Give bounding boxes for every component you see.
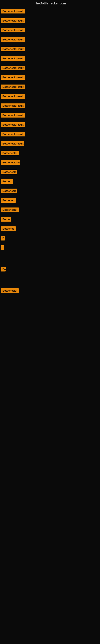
list-item: Bottleneck result [0, 55, 100, 64]
list-item: Bottleneck r [0, 206, 100, 216]
bottleneck-result-label[interactable]: Bottleneck result [1, 56, 25, 61]
list-item: Bottleneck result [0, 93, 100, 102]
list-item [0, 258, 100, 262]
list-item: Bottleneck result [0, 46, 100, 55]
list-item: Bottleneck result [0, 74, 100, 83]
list-item: Bottleneck result [0, 102, 100, 112]
bottleneck-result-label[interactable]: Bottleneck [1, 188, 17, 193]
list-item: Bottleneck [0, 168, 100, 178]
list-item: Bottleneck result [0, 140, 100, 150]
bottleneck-result-label[interactable]: Bottleneck result [1, 113, 25, 118]
list-item: Bottleneck result [0, 112, 100, 121]
list-item: Bottleneck result [0, 83, 100, 93]
bottleneck-result-label[interactable]: Bottle [1, 217, 11, 222]
list-item [0, 283, 100, 287]
list-item [0, 275, 100, 279]
bottleneck-result-label[interactable]: Bottleneck r [1, 151, 19, 155]
list-item: B [0, 235, 100, 244]
bottleneck-result-label[interactable]: Bo [1, 267, 6, 272]
bottleneck-result-label[interactable]: Bottleneck res [1, 160, 20, 165]
bottleneck-result-label[interactable]: | [1, 245, 4, 250]
list-item: Bottlenec [0, 225, 100, 235]
list-item: Bottleneck result [0, 130, 100, 140]
bottleneck-result-label[interactable]: Bottleneck r [1, 288, 19, 293]
list-item: Bottleneck result [0, 26, 100, 36]
list-item [0, 301, 100, 305]
list-item [0, 305, 100, 309]
list-item [0, 279, 100, 283]
bottleneck-result-label[interactable]: Bottleneck result [1, 104, 25, 108]
list-item: Bottleneck result [0, 36, 100, 46]
bottleneck-result-label[interactable]: Bottleneck result [1, 94, 25, 98]
bottleneck-result-label[interactable]: Bottleneck result [1, 28, 25, 32]
list-item: Bottleneck result [0, 64, 100, 74]
list-item: Bottlenec [0, 197, 100, 206]
bottleneck-result-label[interactable]: Bottleneck result [1, 132, 25, 136]
site-title: TheBottlenecker.com [0, 0, 100, 8]
bottleneck-result-label[interactable]: Bottleneck result [1, 122, 25, 127]
list-item: | [0, 244, 100, 254]
bottleneck-result-label[interactable]: B [1, 236, 5, 240]
bottleneck-result-label[interactable]: Bottleneck result [1, 37, 25, 42]
bottleneck-result-label[interactable]: Bottlenec [1, 198, 16, 203]
bottleneck-result-label[interactable]: Bottleneck result [1, 75, 25, 80]
list-item: Bottleneck result [0, 121, 100, 130]
list-item [0, 297, 100, 301]
bottleneck-result-label[interactable]: Bottleneck result [1, 18, 25, 23]
list-item: Bottleneck r [0, 150, 100, 159]
bottleneck-result-label[interactable]: Bottlen [1, 179, 13, 184]
bottleneck-result-label[interactable]: Bottleneck result [1, 9, 25, 14]
bottleneck-result-label[interactable]: Bottleneck result [1, 141, 24, 146]
list-item: Bottleneck r [0, 287, 100, 297]
list-item [0, 254, 100, 258]
list-item [0, 262, 100, 266]
list-item: Bottleneck result [0, 8, 100, 17]
list-item: Bottleneck [0, 187, 100, 197]
bottleneck-result-label[interactable]: Bottleneck result [1, 84, 25, 89]
bottleneck-result-label[interactable]: Bottleneck result [1, 47, 25, 51]
list-item: Bottleneck res [0, 159, 100, 168]
bottleneck-result-label[interactable]: Bottlenec [1, 226, 16, 231]
list-item: Bo [0, 266, 100, 275]
list-item: Bottle [0, 216, 100, 225]
bottleneck-result-label[interactable]: Bottleneck [1, 170, 17, 174]
bottleneck-result-label[interactable]: Bottleneck r [1, 208, 19, 212]
bottleneck-result-label[interactable]: Bottleneck result [1, 66, 25, 70]
list-item: Bottlen [0, 178, 100, 187]
list-item: Bottleneck result [0, 17, 100, 26]
